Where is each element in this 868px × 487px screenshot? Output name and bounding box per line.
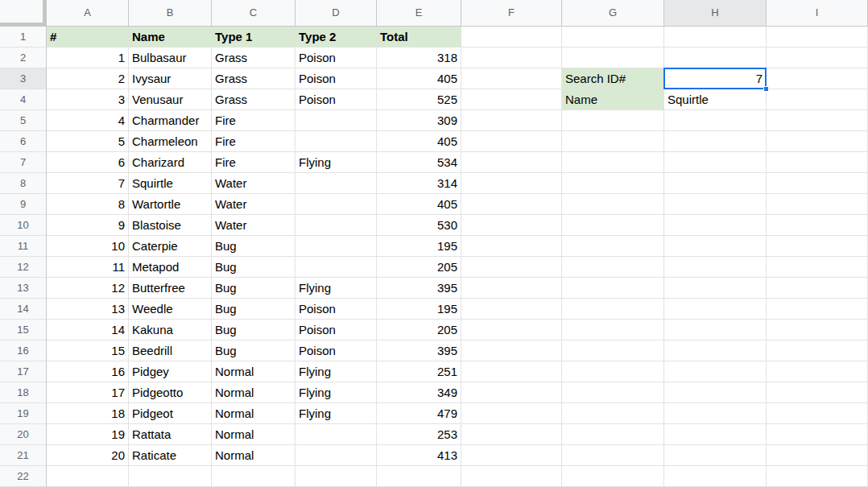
cell-A1[interactable]: #	[47, 27, 129, 47]
cell-B6[interactable]: Charmeleon	[129, 131, 212, 152]
cell-D10[interactable]	[296, 215, 377, 236]
cell-E1[interactable]: Total	[377, 27, 461, 47]
col-header-B[interactable]: B	[129, 0, 212, 27]
cell-A3[interactable]: 2	[47, 68, 129, 89]
cell-B5[interactable]: Charmander	[129, 110, 212, 131]
cell-E17[interactable]: 251	[377, 361, 461, 382]
cell-H1[interactable]	[664, 27, 767, 47]
row-header-13[interactable]: 13	[0, 278, 47, 299]
cell-I16[interactable]	[767, 340, 868, 361]
cell-I11[interactable]	[767, 236, 868, 257]
cell-C1[interactable]: Type 1	[212, 27, 296, 47]
cell-A14[interactable]: 13	[47, 299, 129, 320]
cell-F9[interactable]	[461, 194, 562, 215]
cell-B20[interactable]: Rattata	[129, 424, 212, 445]
cell-F21[interactable]	[461, 445, 562, 466]
col-header-G[interactable]: G	[562, 0, 664, 27]
cell-A7[interactable]: 6	[47, 152, 129, 173]
cell-D22[interactable]	[296, 466, 377, 487]
cell-D4[interactable]: Poison	[296, 89, 377, 110]
cell-D9[interactable]	[296, 194, 377, 215]
cell-G10[interactable]	[562, 215, 664, 236]
cell-F7[interactable]	[461, 152, 562, 173]
cell-G21[interactable]	[562, 445, 664, 466]
col-header-F[interactable]: F	[461, 0, 562, 27]
cell-H2[interactable]	[664, 47, 767, 68]
cell-B14[interactable]: Weedle	[129, 299, 212, 320]
cell-I17[interactable]	[767, 361, 868, 382]
cell-F11[interactable]	[461, 236, 562, 257]
col-header-H[interactable]: H	[664, 0, 767, 27]
cell-A6[interactable]: 5	[47, 131, 129, 152]
cell-C14[interactable]: Bug	[212, 299, 296, 320]
cell-C20[interactable]: Normal	[212, 424, 296, 445]
row-header-22[interactable]: 22	[0, 466, 47, 487]
cell-D18[interactable]: Flying	[296, 382, 377, 403]
cell-C9[interactable]: Water	[212, 194, 296, 215]
cell-I6[interactable]	[767, 131, 868, 152]
cell-E15[interactable]: 205	[377, 320, 461, 340]
cell-H8[interactable]	[664, 173, 767, 194]
cell-I18[interactable]	[767, 382, 868, 403]
cell-A17[interactable]: 16	[47, 361, 129, 382]
cell-D1[interactable]: Type 2	[296, 27, 377, 47]
cell-A5[interactable]: 4	[47, 110, 129, 131]
cell-B2[interactable]: Bulbasaur	[129, 47, 212, 68]
cell-A19[interactable]: 18	[47, 403, 129, 424]
cell-B11[interactable]: Caterpie	[129, 236, 212, 257]
cell-C19[interactable]: Normal	[212, 403, 296, 424]
cell-B3[interactable]: Ivysaur	[129, 68, 212, 89]
cell-I10[interactable]	[767, 215, 868, 236]
cell-A22[interactable]	[47, 466, 129, 487]
cell-H7[interactable]	[664, 152, 767, 173]
cell-B7[interactable]: Charizard	[129, 152, 212, 173]
cell-G14[interactable]	[562, 299, 664, 320]
cell-D20[interactable]	[296, 424, 377, 445]
cell-E11[interactable]: 195	[377, 236, 461, 257]
row-header-10[interactable]: 10	[0, 215, 47, 236]
cell-A2[interactable]: 1	[47, 47, 129, 68]
cell-G12[interactable]	[562, 257, 664, 278]
cell-D15[interactable]: Poison	[296, 320, 377, 340]
cell-A8[interactable]: 7	[47, 173, 129, 194]
cell-I9[interactable]	[767, 194, 868, 215]
cell-I8[interactable]	[767, 173, 868, 194]
cell-C16[interactable]: Bug	[212, 340, 296, 361]
row-header-7[interactable]: 7	[0, 152, 47, 173]
cell-C3[interactable]: Grass	[212, 68, 296, 89]
cell-F1[interactable]	[461, 27, 562, 47]
cell-G19[interactable]	[562, 403, 664, 424]
cell-F10[interactable]	[461, 215, 562, 236]
cell-G8[interactable]	[562, 173, 664, 194]
cell-F2[interactable]	[461, 47, 562, 68]
cell-F12[interactable]	[461, 257, 562, 278]
cell-G11[interactable]	[562, 236, 664, 257]
cell-E10[interactable]: 530	[377, 215, 461, 236]
cell-D2[interactable]: Poison	[296, 47, 377, 68]
row-header-2[interactable]: 2	[0, 47, 47, 68]
cell-F17[interactable]	[461, 361, 562, 382]
cell-I19[interactable]	[767, 403, 868, 424]
cell-F15[interactable]	[461, 320, 562, 340]
cell-H19[interactable]	[664, 403, 767, 424]
cell-F8[interactable]	[461, 173, 562, 194]
cell-G18[interactable]	[562, 382, 664, 403]
cell-E3[interactable]: 405	[377, 68, 461, 89]
cell-B19[interactable]: Pidgeot	[129, 403, 212, 424]
cell-D11[interactable]	[296, 236, 377, 257]
cell-H15[interactable]	[664, 320, 767, 340]
cell-G7[interactable]	[562, 152, 664, 173]
row-header-21[interactable]: 21	[0, 445, 47, 466]
cell-G1[interactable]	[562, 27, 664, 47]
cell-E6[interactable]: 405	[377, 131, 461, 152]
cell-H21[interactable]	[664, 445, 767, 466]
cell-G16[interactable]	[562, 340, 664, 361]
cell-B22[interactable]	[129, 466, 212, 487]
row-header-9[interactable]: 9	[0, 194, 47, 215]
row-header-6[interactable]: 6	[0, 131, 47, 152]
cell-B1[interactable]: Name	[129, 27, 212, 47]
cell-C7[interactable]: Fire	[212, 152, 296, 173]
fill-handle[interactable]	[763, 86, 769, 92]
cell-A12[interactable]: 11	[47, 257, 129, 278]
cell-G3[interactable]: Search ID#	[562, 68, 664, 89]
